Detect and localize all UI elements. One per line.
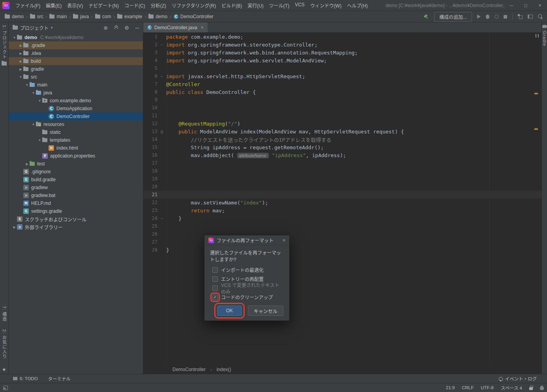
coverage-icon[interactable] (495, 15, 498, 19)
chevron-right-icon[interactable]: ▶ (18, 52, 23, 55)
code-line[interactable]: 19 (143, 175, 541, 183)
maximize-icon[interactable]: □ (519, 0, 533, 11)
breadcrumb-item[interactable]: main (49, 13, 67, 20)
chevron-down-icon[interactable]: ▼ (12, 36, 17, 39)
breadcrumb-class[interactable]: DemoController (172, 367, 206, 372)
menu-item[interactable]: ファイル(F) (13, 0, 43, 10)
menu-item[interactable]: ツール(T) (266, 0, 292, 10)
project-structure-icon[interactable] (518, 14, 523, 19)
breadcrumb-item[interactable]: java (72, 13, 90, 20)
checkbox-row[interactable]: VCS で変更されたテキストのみ (210, 283, 284, 293)
code-line[interactable]: 8public class DemoController { (143, 88, 541, 96)
locate-file-icon[interactable]: ⊕ (103, 25, 108, 31)
chevron-down-icon[interactable]: ▼ (31, 123, 36, 126)
code-line[interactable]: 28} (143, 246, 541, 254)
fold-icon[interactable]: − (157, 42, 166, 47)
code-line[interactable]: 18 (143, 167, 541, 175)
code-editor[interactable]: 1package com.example.demo;2−import org.s… (143, 33, 541, 365)
code-line[interactable]: 7@Controller (143, 80, 541, 88)
breadcrumb-item[interactable]: example (116, 13, 143, 20)
tree-item[interactable]: >gradlew.bat (9, 191, 143, 199)
dialog-close-icon[interactable]: × (282, 237, 285, 243)
chevron-down-icon[interactable]: ▼ (31, 91, 36, 95)
fold-icon[interactable]: − (157, 74, 166, 79)
checkbox-checked[interactable]: ✓ (212, 294, 218, 300)
tree-item[interactable]: static (9, 128, 143, 136)
code-line[interactable]: 22 mav.setViewName("index"); (143, 199, 541, 206)
lock-icon[interactable] (529, 387, 533, 390)
code-line[interactable]: 5 (143, 64, 541, 72)
tree-item[interactable]: ▼templates (9, 136, 143, 144)
breadcrumb-item[interactable]: com (94, 13, 112, 20)
breadcrumb-item[interactable]: demo (148, 13, 168, 20)
tree-item[interactable]: ▼resources (9, 120, 143, 128)
code-line[interactable]: 4import org.springframework.web.servlet.… (143, 56, 541, 64)
event-log-button[interactable]: イベント・ログ (499, 375, 537, 382)
menu-item[interactable]: 分析(Z) (148, 0, 169, 10)
tool-button-gradle[interactable]: Gradle (542, 31, 547, 46)
tree-item[interactable]: ▶build (9, 57, 143, 65)
tree-item[interactable]: Papplication.properties (9, 152, 143, 160)
chevron-down-icon[interactable]: ▼ (24, 83, 30, 87)
close-icon[interactable]: × (533, 0, 547, 11)
checkbox-unchecked[interactable] (212, 276, 218, 282)
breadcrumb-item[interactable]: demo (4, 13, 24, 20)
menu-item[interactable]: ナビゲート(N) (86, 0, 122, 10)
checkbox-row[interactable]: インポートの最適化 (210, 265, 284, 274)
collapse-all-icon[interactable] (114, 26, 118, 30)
code-line[interactable]: 2−import org.springframework.stereotype.… (143, 41, 541, 49)
tool-button-terminal[interactable]: ターミナル (48, 375, 71, 382)
menu-item[interactable]: コード(C) (122, 0, 148, 10)
chevron-right-icon[interactable]: ▶ (24, 162, 30, 166)
code-line[interactable]: 9 (143, 96, 541, 104)
chevron-down-icon[interactable]: ▾ (51, 26, 53, 30)
tool-button-favorites[interactable]: 2: お気に入り (1, 329, 7, 359)
inspections-pause-icon[interactable] (536, 34, 539, 38)
gradle-icon[interactable] (542, 25, 547, 28)
tree-item[interactable]: ▶.idea (9, 49, 143, 57)
code-line[interactable]: 17 (143, 159, 541, 167)
warning-stripe-mark[interactable] (534, 93, 538, 94)
chevron-down-icon[interactable]: ▼ (18, 75, 23, 79)
toolwindow-quick-access-icon[interactable] (3, 386, 8, 390)
tree-item[interactable]: CDemoApplication (9, 105, 143, 113)
hector-inspections-icon[interactable] (540, 387, 544, 390)
code-line[interactable]: 13@ public ModelAndView index(ModelAndVi… (143, 128, 541, 135)
tree-item[interactable]: ▶.gradle (9, 41, 143, 49)
menu-item[interactable]: VCS (292, 0, 307, 10)
tool-button-project[interactable]: 1: プロジェクト (1, 25, 7, 59)
tool-button-structure[interactable]: 7: 構造 (1, 306, 7, 321)
tree-item[interactable]: ▼java (9, 89, 143, 97)
chevron-right-icon[interactable]: ▶ (18, 44, 23, 47)
chevron-down-icon[interactable]: ▼ (37, 99, 42, 103)
chevron-right-icon[interactable]: ▶ (18, 68, 23, 71)
indent-style[interactable]: スペース 4 (501, 384, 522, 391)
tree-item[interactable]: G.gitignore (9, 168, 143, 176)
cancel-button[interactable]: キャンセル (248, 306, 283, 316)
caret-position[interactable]: 21:9 (446, 385, 455, 390)
tab-democontroller[interactable]: C DemoController.java × (143, 23, 208, 32)
breadcrumb-method[interactable]: index() (217, 367, 231, 372)
tree-item[interactable]: ▼demoC:¥work¥java¥demo (9, 34, 143, 41)
tree-item[interactable]: ▶test (9, 160, 143, 168)
menu-item[interactable]: ヘルプ(H) (344, 0, 371, 10)
tab-close-icon[interactable]: × (201, 25, 204, 30)
menu-item[interactable]: ウィンドウ(W) (307, 0, 344, 10)
layout-icon[interactable] (528, 15, 533, 19)
code-line[interactable]: 15 String ipAddress = request.getRemoteA… (143, 143, 541, 151)
project-stripe-folder-icon[interactable] (2, 62, 7, 66)
tree-item[interactable]: CDemoController (9, 113, 143, 120)
code-line[interactable]: 16 mav.addObject( attributeName: "ipAddr… (143, 151, 541, 159)
breadcrumb-item[interactable]: CDemoController (173, 13, 214, 20)
tree-item[interactable]: Sスクラッチおよびコンソール (9, 215, 143, 223)
code-line[interactable]: 12 @RequestMapping("/") (143, 120, 541, 128)
line-separator[interactable]: CRLF (462, 385, 474, 390)
code-line[interactable]: 3import org.springframework.web.bind.ann… (143, 49, 541, 56)
code-line[interactable]: 20 (143, 183, 541, 191)
chevron-down-icon[interactable]: ▼ (37, 139, 42, 142)
checkbox-unchecked[interactable] (212, 267, 218, 273)
stop-icon[interactable] (504, 15, 507, 19)
search-everywhere-icon[interactable] (538, 14, 543, 19)
tree-item[interactable]: >gradlew (9, 184, 143, 191)
menu-item[interactable]: 表示(V) (64, 0, 86, 10)
